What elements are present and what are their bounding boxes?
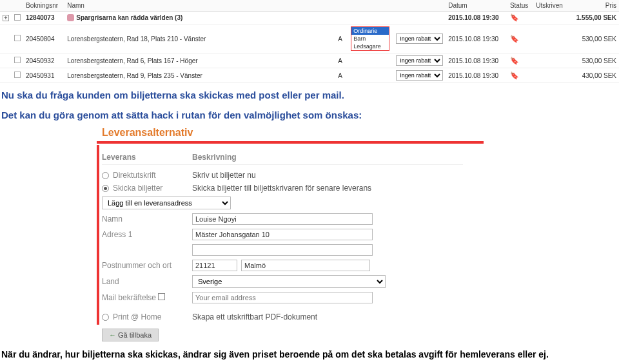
address-label: Adress 1 — [102, 230, 192, 239]
cell-pris: 530,00 SEK — [569, 24, 619, 53]
cell-datum: 2015.10.08 19:30 — [446, 68, 507, 83]
address2-input[interactable] — [192, 244, 373, 256]
cell-namn: Lorensbergsteatern, Rad 9, Plats 235 - V… — [64, 68, 335, 83]
row-checkbox[interactable] — [14, 35, 21, 41]
tag-icon: 🔖 — [510, 14, 519, 21]
table-row[interactable]: 20450931Lorensbergsteatern, Rad 9, Plats… — [0, 68, 619, 83]
expand-icon[interactable]: + — [3, 15, 9, 21]
rabatt-select[interactable]: Ingen rabatt — [396, 34, 443, 44]
instruction-2: Det kan du göra genom att sätta hack i r… — [0, 103, 619, 123]
print-home-desc: Skapa ett utskriftbart PDF-dokument — [192, 312, 463, 321]
tag-icon: 🔖 — [510, 57, 519, 64]
cell-a: A — [335, 68, 348, 83]
radio-print-home[interactable] — [102, 314, 109, 321]
mail-checkbox[interactable] — [158, 293, 165, 300]
rabatt-select[interactable]: Ingen rabatt — [396, 55, 443, 66]
col-namn: Namn — [64, 0, 335, 12]
cell-datum: 2015.10.08 19:30 — [446, 53, 507, 68]
col-status: Status — [507, 0, 533, 12]
cell-pris: 1.555,00 SEK — [569, 12, 619, 24]
delivery-title: Leveransalternativ — [102, 127, 619, 139]
country-select[interactable]: Sverige — [192, 275, 386, 288]
instruction-1: Nu ska du fråga kunden om biljetterna sk… — [0, 83, 619, 103]
tag-icon: 🔖 — [510, 35, 519, 43]
highlight-bar-horizontal — [97, 141, 484, 144]
city-input[interactable] — [241, 260, 370, 271]
name-input[interactable] — [192, 213, 373, 225]
cell-a: A — [335, 24, 348, 53]
table-row[interactable]: 20450932Lorensbergsteatern, Rad 6, Plats… — [0, 53, 619, 68]
row-checkbox[interactable] — [14, 14, 21, 21]
col-bokningsnr: Bokningsnr — [23, 0, 64, 12]
radio-skicka-label: Skicka biljetter — [113, 184, 162, 193]
cell-bnr: 12840073 — [23, 12, 64, 24]
country-label: Land — [102, 277, 192, 286]
col-leverans: Leverans — [102, 153, 192, 162]
cell-bnr: 20450931 — [23, 68, 64, 83]
footer-instruction: När du ändrar, hur biljetterna ska skick… — [0, 341, 619, 363]
cell-bnr: 20450932 — [23, 53, 64, 68]
col-utskriven: Utskriven — [533, 0, 569, 12]
add-address-select[interactable]: Lägg till en leveransadress — [102, 196, 231, 209]
row-checkbox[interactable] — [14, 72, 21, 78]
cell-pris: 530,00 SEK — [569, 53, 619, 68]
col-beskrivning: Beskrivning — [192, 153, 237, 162]
tag-icon: 🔖 — [510, 72, 519, 79]
cell-datum: 2015.10.08 19:30 — [446, 12, 507, 24]
cell-pris: 430,00 SEK — [569, 68, 619, 83]
col-datum: Datum — [446, 0, 507, 12]
rabatt-select[interactable]: Ingen rabatt — [396, 70, 443, 81]
back-button[interactable]: Gå tillbaka — [102, 329, 159, 341]
cell-a: A — [335, 53, 348, 68]
name-label: Namn — [102, 215, 192, 224]
cell-datum: 2015.10.08 19:30 — [446, 24, 507, 53]
address-input[interactable] — [192, 229, 373, 240]
ordinarie-dropdown-open[interactable]: OrdinarieBarnLedsagare — [351, 26, 389, 51]
postal-input[interactable] — [192, 260, 237, 271]
cell-namn: Spargrisarna kan rädda världen (3) — [64, 12, 335, 24]
cell-namn: Lorensbergsteatern, Rad 6, Plats 167 - H… — [64, 53, 335, 68]
table-row[interactable]: 20450804Lorensbergsteatern, Rad 18, Plat… — [0, 24, 619, 53]
radio-skicka[interactable] — [102, 185, 109, 192]
row-checkbox[interactable] — [14, 57, 21, 63]
cell-namn: Lorensbergsteatern, Rad 18, Plats 210 - … — [64, 24, 335, 53]
desc-skicka: Skicka biljetter till biljettskrivaren f… — [192, 184, 463, 193]
mail-label: Mail bekräftelse — [102, 293, 156, 302]
radio-direktutskrift-label: Direktutskrift — [113, 171, 156, 180]
cell-bnr: 20450804 — [23, 24, 64, 53]
table-row[interactable]: +12840073Spargrisarna kan rädda världen … — [0, 12, 619, 24]
pig-icon — [67, 14, 74, 21]
highlight-bar-vertical — [97, 145, 99, 325]
bookings-table: Bokningsnr Namn Datum Status Utskriven P… — [0, 0, 619, 83]
postal-label: Postnummer och ort — [102, 261, 192, 270]
cell-a — [335, 12, 348, 24]
desc-direktutskrift: Skriv ut biljetter nu — [192, 171, 463, 180]
print-home-label: Print @ Home — [113, 312, 162, 321]
col-pris: Pris — [569, 0, 619, 12]
radio-direktutskrift[interactable] — [102, 172, 109, 179]
email-input[interactable] — [192, 292, 373, 303]
